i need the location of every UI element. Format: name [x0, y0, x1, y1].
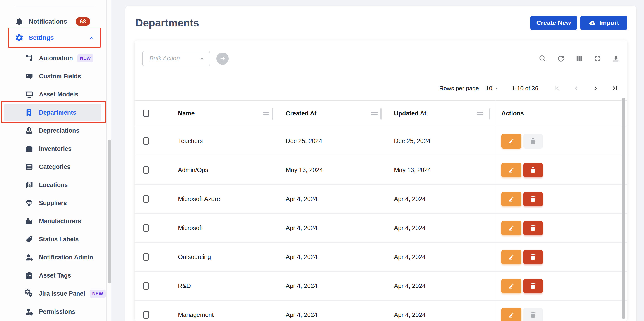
column-separator[interactable]	[272, 108, 273, 120]
sidebar-item-label: Automation	[39, 55, 73, 62]
edit-button[interactable]	[501, 250, 522, 264]
sidebar-item-departments[interactable]: Departments	[4, 104, 102, 121]
table-row: Admin/OpsMay 13, 2024May 13, 2024	[134, 156, 627, 185]
sidebar-item-notification-admin[interactable]: Notification Admin	[0, 248, 106, 266]
bulk-apply-button[interactable]	[216, 52, 229, 65]
column-menu-icon[interactable]	[477, 112, 484, 113]
sidebar-item-permissions[interactable]: Permissions	[0, 303, 106, 321]
sidebar-item-asset-models[interactable]: Asset Models	[0, 85, 106, 104]
cell-created-at: Apr 4, 2024	[286, 301, 318, 321]
chevron-right-button[interactable]	[592, 85, 599, 92]
sidebar-item-categories[interactable]: Categories	[0, 158, 106, 176]
sidebar-item-jira-issue-panel[interactable]: Jira Issue PanelNEW	[0, 284, 106, 303]
cell-created-at: Apr 4, 2024	[286, 214, 318, 242]
row-checkbox[interactable]	[143, 166, 149, 174]
cloud-upload-icon	[588, 19, 596, 27]
delete-button	[523, 308, 543, 321]
delete-button[interactable]	[523, 221, 543, 236]
sidebar-item-label: Asset Tags	[39, 272, 71, 279]
create-new-button[interactable]: Create New	[530, 16, 577, 30]
cell-name: Admin/Ops	[178, 156, 208, 184]
column-separator[interactable]	[489, 108, 490, 120]
sidebar-item-suppliers[interactable]: Suppliers	[0, 194, 106, 212]
column-header-actions[interactable]: Actions	[501, 100, 524, 126]
delete-button[interactable]	[523, 279, 543, 294]
first-page-button	[553, 85, 560, 92]
delete-button[interactable]	[523, 192, 543, 206]
table-row: OutsourcingApr 4, 2024Apr 4, 2024	[134, 243, 627, 272]
delete-button	[523, 134, 543, 148]
sidebar-item-asset-tags[interactable]: Asset Tags	[0, 266, 106, 284]
sidebar-item-status-labels[interactable]: Status Labels	[0, 230, 106, 248]
delete-button[interactable]	[523, 250, 543, 264]
table-scrollbar[interactable]	[622, 98, 625, 319]
row-checkbox[interactable]	[143, 282, 149, 290]
view-columns-icon[interactable]	[575, 54, 584, 63]
pencil-icon	[508, 282, 516, 290]
bulk-action-placeholder: Bulk Action	[150, 55, 180, 62]
row-checkbox[interactable]	[143, 195, 149, 202]
download-icon[interactable]	[612, 54, 620, 63]
new-badge: NEW	[78, 54, 93, 62]
select-all-checkbox[interactable]	[143, 110, 149, 117]
column-header-created-at[interactable]: Created At	[286, 100, 316, 126]
edit-button[interactable]	[501, 221, 522, 236]
sidebar-item-label: Asset Models	[39, 91, 78, 98]
edit-button[interactable]	[501, 134, 522, 148]
cell-name: Microsoft	[178, 214, 203, 242]
row-checkbox[interactable]	[143, 224, 149, 232]
monitor-icon	[25, 90, 34, 99]
sidebar-item-notifications[interactable]: Notifications68	[0, 12, 106, 30]
table-row: MicrosoftApr 4, 2024Apr 4, 2024	[134, 214, 627, 243]
import-button[interactable]: Import	[580, 16, 627, 30]
trash-icon	[529, 137, 537, 146]
sidebar-item-label: Custom Fields	[39, 73, 81, 80]
rows-per-page-label: Rows per page	[439, 85, 479, 92]
sidebar-item-automation[interactable]: AutomationNEW	[0, 49, 106, 67]
row-checkbox[interactable]	[143, 311, 149, 318]
cell-created-at: Apr 4, 2024	[286, 243, 318, 272]
pencil-icon	[508, 195, 516, 204]
sidebar-item-manufacturers[interactable]: Manufacturers	[0, 212, 106, 230]
search-icon[interactable]	[538, 54, 547, 63]
chevron-left-button	[572, 85, 580, 92]
sidebar-item-label: Permissions	[39, 308, 76, 315]
edit-button[interactable]	[501, 163, 522, 178]
cell-created-at: May 13, 2024	[286, 156, 323, 184]
arrow-right-icon	[219, 55, 226, 62]
column-menu-icon[interactable]	[263, 112, 270, 113]
sidebar-scrollbar[interactable]	[108, 140, 111, 284]
column-separator[interactable]	[380, 108, 382, 120]
cell-created-at: Dec 25, 2024	[286, 127, 322, 156]
trash-icon	[529, 195, 537, 204]
user-shield-icon	[25, 308, 34, 316]
cell-updated-at: Apr 4, 2024	[394, 185, 426, 214]
building-icon	[25, 108, 34, 117]
delete-button[interactable]	[523, 163, 543, 178]
sidebar-item-label: Inventories	[39, 145, 72, 152]
gears-icon	[25, 289, 34, 298]
cell-updated-at: Dec 25, 2024	[394, 127, 430, 156]
sidebar-item-depreciations[interactable]: $Depreciations	[0, 122, 106, 140]
refresh-icon[interactable]	[556, 54, 565, 63]
sidebar-item-settings[interactable]: Settings	[0, 29, 106, 47]
column-menu-icon[interactable]	[371, 112, 378, 113]
sidebar-item-locations[interactable]: Locations	[0, 176, 106, 194]
factory-icon	[25, 217, 34, 226]
sidebar-item-inventories[interactable]: Inventories	[0, 140, 106, 158]
cell-updated-at: Apr 4, 2024	[394, 243, 426, 272]
edit-button[interactable]	[501, 279, 522, 294]
row-checkbox[interactable]	[143, 138, 149, 145]
edit-button[interactable]	[501, 308, 522, 321]
fullscreen-icon[interactable]	[593, 54, 602, 63]
sidebar-item-custom-fields[interactable]: Custom Fields	[0, 67, 106, 85]
list-box-icon	[25, 162, 34, 171]
sidebar-divider	[15, 6, 95, 7]
column-header-updated-at[interactable]: Updated At	[394, 100, 426, 126]
last-page-button[interactable]	[612, 85, 619, 92]
row-checkbox[interactable]	[143, 253, 149, 260]
edit-button[interactable]	[501, 192, 522, 206]
rows-per-page-select[interactable]: 10	[486, 85, 499, 92]
bulk-action-select[interactable]: Bulk Action	[142, 51, 210, 66]
column-header-name[interactable]: Name	[178, 100, 195, 126]
